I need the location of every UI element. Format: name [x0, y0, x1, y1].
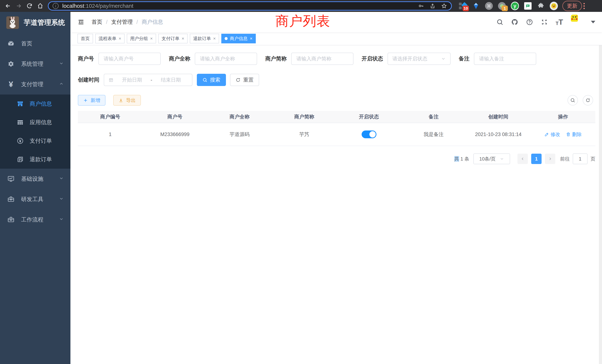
add-button-label: 新增: [91, 97, 100, 104]
sidebar-item-workflow[interactable]: 工作流程: [0, 209, 70, 230]
delete-link[interactable]: 删除: [566, 131, 582, 138]
extension-command-icon[interactable]: [485, 2, 493, 10]
short-name-input[interactable]: [291, 53, 354, 65]
extension-blue-gem-icon[interactable]: [472, 2, 480, 10]
header-search-icon[interactable]: [496, 19, 503, 26]
url-text[interactable]: localhost:1024/pay/merchant: [62, 3, 418, 9]
tag-close-icon[interactable]: ×: [119, 36, 121, 41]
password-key-icon[interactable]: [418, 3, 424, 9]
extensions-puzzle-icon[interactable]: [537, 2, 545, 10]
status-label: 开启状态: [362, 55, 383, 63]
tag-merchant-info-active[interactable]: 商户信息 ×: [221, 34, 256, 43]
tag-close-icon[interactable]: ×: [250, 36, 252, 41]
prev-page-button[interactable]: [517, 154, 528, 164]
next-page-button[interactable]: [545, 154, 555, 164]
browser-back-button[interactable]: [3, 1, 13, 11]
app-title: 芋道管理系统: [24, 18, 65, 27]
export-button-label: 导出: [126, 97, 136, 104]
tag-close-icon[interactable]: ×: [150, 36, 153, 41]
extension-green-chat-icon[interactable]: [524, 2, 532, 10]
store-icon: [16, 100, 24, 107]
select-chevron-down-icon: [441, 56, 446, 61]
avatar-caret-down-icon[interactable]: [591, 21, 595, 23]
browser-update-button[interactable]: 更新: [562, 1, 582, 11]
breadcrumb: 首页 / 支付管理 / 商户信息: [92, 18, 163, 26]
sidebar-item-infrastructure[interactable]: 基础设施: [0, 169, 70, 189]
bookmark-star-icon[interactable]: [441, 3, 447, 9]
browser-profile-avatar[interactable]: [550, 2, 558, 10]
sidebar-item-refund-order[interactable]: 退款订单: [0, 150, 70, 169]
fullscreen-icon[interactable]: [541, 19, 548, 26]
sidebar-item-home[interactable]: 首页: [0, 33, 70, 54]
browser-home-button[interactable]: [35, 1, 45, 11]
tag-home[interactable]: 首页: [77, 34, 93, 43]
sidebar-item-dev-tools[interactable]: 研发工具: [0, 189, 70, 209]
sidebar-item-app-info[interactable]: 应用信息: [0, 113, 70, 132]
chevron-down-icon: [59, 196, 64, 202]
refresh-table-button[interactable]: [583, 95, 593, 106]
tag-close-icon[interactable]: ×: [213, 36, 216, 41]
reset-button[interactable]: 重置: [230, 74, 259, 86]
help-question-icon[interactable]: [526, 19, 533, 26]
search-button[interactable]: 搜索: [197, 74, 226, 86]
pagination: 共 1 条 10条/页 1: [78, 153, 595, 164]
page-scrollbar[interactable]: [599, 12, 602, 364]
column-header: 商户号: [142, 111, 207, 123]
address-bar[interactable]: i localhost:1024/pay/merchant: [48, 1, 452, 11]
extension-grey-circle-icon[interactable]: 1: [498, 2, 506, 10]
tag-pay-order[interactable]: 支付订单 ×: [158, 34, 188, 43]
sidebar-logo-row[interactable]: 芋道管理系统: [0, 12, 70, 33]
start-date-placeholder[interactable]: 开始日期: [115, 76, 149, 83]
share-icon[interactable]: [430, 3, 436, 9]
logo-rabbit-image: [6, 16, 19, 29]
add-button[interactable]: 新增: [78, 95, 106, 106]
select-chevron-down-icon: [500, 157, 504, 161]
yen-icon: ¥: [7, 80, 15, 88]
extension-yuque-icon[interactable]: y: [511, 2, 519, 10]
sidebar-item-pay-order[interactable]: 支付订单: [0, 132, 70, 150]
sidebar-collapse-button[interactable]: [70, 12, 92, 32]
end-date-placeholder[interactable]: 结束日期: [154, 76, 188, 83]
screen: i localhost:1024/pay/merchant 10: [0, 0, 602, 364]
page-number-1[interactable]: 1: [531, 154, 542, 164]
pikachu-avatar-image: [571, 15, 578, 22]
merchant-no-input[interactable]: [98, 53, 161, 65]
github-icon[interactable]: [511, 19, 518, 26]
browser-menu-kebab-icon[interactable]: [583, 3, 585, 9]
browser-forward-button[interactable]: [14, 1, 24, 11]
tag-close-icon[interactable]: ×: [182, 36, 184, 41]
tag-process-form[interactable]: 流程表单 ×: [95, 34, 125, 43]
edit-link[interactable]: 修改: [544, 131, 560, 138]
status-select[interactable]: 请选择开启状态: [387, 53, 451, 65]
tag-user-group[interactable]: 用户分组 ×: [127, 34, 156, 43]
delete-link-label: 删除: [572, 131, 582, 138]
breadcrumb-home[interactable]: 首页: [92, 18, 102, 26]
font-size-icon[interactable]: TT: [556, 18, 563, 26]
sidebar-item-merchant-info[interactable]: 商户信息: [0, 95, 70, 113]
user-avatar[interactable]: [571, 15, 586, 30]
column-header: 备注: [401, 111, 466, 123]
emoji-face-icon: [551, 3, 557, 9]
create-time-range-picker[interactable]: 开始日期 - 结束日期: [104, 74, 192, 86]
status-toggle-on[interactable]: [362, 130, 376, 138]
sidebar-item-payment[interactable]: ¥ 支付管理: [0, 74, 70, 95]
full-name-input[interactable]: [195, 53, 257, 65]
sidebar-item-label: 商户信息: [30, 100, 52, 108]
tag-refund-order[interactable]: 退款订单 ×: [190, 34, 219, 43]
extension-blue-diamond-icon[interactable]: 10: [459, 2, 467, 10]
sidebar-item-system[interactable]: 系统管理: [0, 54, 70, 74]
cell-merchant-id: 1: [78, 123, 142, 146]
site-info-icon[interactable]: i: [53, 3, 59, 9]
toggle-search-button[interactable]: [568, 95, 578, 106]
breadcrumb-section[interactable]: 支付管理: [111, 18, 133, 26]
remark-input[interactable]: [474, 53, 536, 65]
browser-reload-button[interactable]: [24, 1, 34, 11]
goto-page-input[interactable]: [573, 153, 588, 164]
filter-row-2: 创建时间 开始日期 - 结束日期 搜索 重置: [78, 74, 595, 86]
page-size-select[interactable]: 10条/页: [473, 153, 510, 164]
create-time-label: 创建时间: [78, 76, 99, 84]
export-button[interactable]: 导出: [113, 95, 141, 106]
sidebar-item-label: 工作流程: [21, 216, 43, 224]
plus-icon: [83, 98, 88, 103]
toolbox-icon: [7, 195, 15, 203]
